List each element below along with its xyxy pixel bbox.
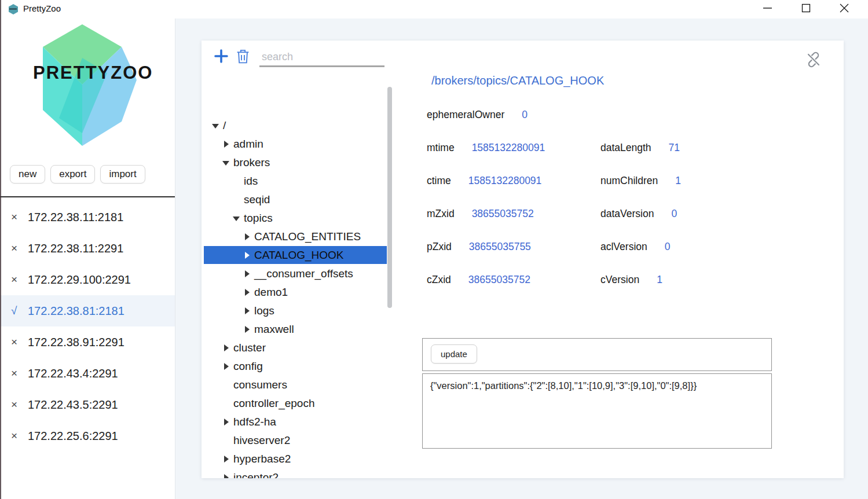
leaf-spacer — [222, 436, 230, 445]
chevron-right-icon[interactable] — [243, 233, 251, 241]
stat-mZxid: mZxid 38655035752 — [427, 208, 534, 220]
tree-node-root[interactable]: / — [204, 116, 387, 134]
export-button[interactable]: export — [50, 165, 95, 184]
stat-pZxid: pZxid 38655035755 — [427, 241, 531, 253]
tree-node[interactable]: __consumer_offsets — [204, 265, 387, 282]
delete-node-icon[interactable] — [236, 49, 250, 67]
connected-mark: √ — [11, 304, 19, 317]
tree-node[interactable]: consumers — [204, 376, 387, 394]
logo-wordmark: PRETTYZOO — [33, 63, 153, 83]
tree-node[interactable]: hiveserver2 — [204, 431, 387, 449]
tree-node[interactable]: maxwell — [204, 320, 387, 338]
tree-node[interactable]: brokers — [204, 153, 387, 171]
sidebar-actions: new export import — [10, 165, 145, 184]
title-bar: PrettyZoo — [0, 0, 868, 19]
disconnect-link-icon[interactable] — [805, 51, 822, 71]
minimize-button[interactable] — [749, 0, 787, 19]
server-address: 172.22.25.6:2291 — [28, 430, 118, 443]
chevron-right-icon[interactable] — [222, 362, 230, 370]
chevron-down-icon[interactable] — [233, 214, 240, 222]
chevron-right-icon[interactable] — [243, 325, 251, 333]
leaf-spacer — [222, 399, 230, 408]
app-window: PrettyZoo — [0, 0, 868, 499]
leaf-spacer — [233, 196, 240, 204]
server-address: 172.22.43.4:2291 — [28, 367, 118, 380]
node-data-editor[interactable]: {"version":1,"partitions":{"2":[8,10],"1… — [422, 373, 772, 449]
chevron-right-icon[interactable] — [243, 307, 251, 315]
app-logo-icon — [8, 3, 19, 15]
server-address: 172.22.29.100:2291 — [28, 273, 131, 287]
server-item[interactable]: × 172.22.29.100:2291 — [0, 264, 175, 295]
disconnected-mark: × — [11, 430, 19, 442]
server-item[interactable]: × 172.22.38.11:2181 — [0, 201, 175, 233]
stat-cVersion: cVersion 1 — [600, 274, 662, 286]
window-controls — [749, 0, 863, 19]
close-icon — [839, 3, 849, 16]
server-item[interactable]: × 172.22.43.5:2291 — [0, 389, 175, 420]
server-item[interactable]: × 172.22.38.91:2291 — [0, 326, 175, 358]
chevron-right-icon[interactable] — [243, 288, 251, 296]
tree-node-selected[interactable]: CATALOG_HOOK — [204, 246, 387, 264]
server-item[interactable]: × 172.22.38.11:2291 — [0, 233, 175, 264]
close-button[interactable] — [825, 0, 863, 19]
import-button[interactable]: import — [100, 165, 145, 184]
tree-node[interactable]: controller_epoch — [204, 394, 387, 412]
disconnected-mark: × — [11, 211, 19, 223]
chevron-right-icon[interactable] — [222, 140, 230, 148]
chevron-right-icon[interactable] — [222, 344, 230, 352]
server-address: 172.22.43.5:2291 — [28, 398, 118, 412]
chevron-right-icon[interactable] — [222, 418, 230, 426]
disconnected-mark: × — [11, 273, 19, 286]
disconnected-mark: × — [11, 398, 19, 411]
tree-node[interactable]: admin — [204, 135, 387, 153]
node-path-title: /brokers/topics/CATALOG_HOOK — [431, 74, 604, 87]
chevron-right-icon[interactable] — [243, 270, 251, 278]
stat-ephemeralOwner: ephemeralOwner 0 — [427, 109, 528, 121]
server-item[interactable]: × 172.22.43.4:2291 — [0, 358, 175, 389]
tree-node[interactable]: topics — [204, 209, 387, 227]
tree-node[interactable]: hyperbase2 — [204, 450, 387, 468]
tree-node[interactable]: ids — [204, 172, 387, 190]
tree-node[interactable]: config — [204, 357, 387, 375]
chevron-right-icon[interactable] — [222, 455, 230, 463]
server-item[interactable]: × 172.22.25.6:2291 — [0, 420, 175, 452]
disconnected-mark: × — [11, 336, 19, 348]
search-input[interactable] — [259, 48, 384, 67]
prettyzoo-logo — [27, 23, 137, 151]
tree-node[interactable]: inceptor2 — [204, 468, 387, 478]
minimize-icon — [763, 3, 773, 16]
tree-node[interactable]: seqid — [204, 190, 387, 208]
stat-mtime: mtime 1585132280091 — [427, 142, 545, 154]
leaf-spacer — [233, 177, 240, 185]
add-node-icon[interactable] — [213, 48, 229, 67]
disconnected-mark: × — [11, 367, 19, 380]
tree-node[interactable]: demo1 — [204, 283, 387, 301]
chevron-right-icon[interactable] — [222, 474, 230, 479]
chevron-down-icon[interactable] — [212, 122, 219, 130]
server-item-selected[interactable]: √ 172.22.38.81:2181 — [0, 295, 175, 326]
disconnected-mark: × — [11, 242, 19, 255]
maximize-button[interactable] — [787, 0, 825, 19]
update-button[interactable]: update — [431, 344, 477, 364]
server-address: 172.22.38.81:2181 — [28, 304, 124, 318]
tree-node[interactable]: hdfs2-ha — [204, 413, 387, 431]
tree-node[interactable]: logs — [204, 302, 387, 320]
update-toolbar: update — [422, 338, 772, 371]
stat-dataLength: dataLength 71 — [600, 142, 680, 154]
tree-node[interactable]: cluster — [204, 339, 387, 357]
tree-scrollbar[interactable] — [387, 87, 392, 308]
stat-dataVersion: dataVersion 0 — [600, 208, 677, 220]
main-panel: / admin brokers ids seqid topics CATALOG… — [202, 41, 844, 478]
chevron-right-icon[interactable] — [243, 251, 251, 259]
new-server-button[interactable]: new — [10, 165, 45, 184]
stat-aclVersion: aclVersion 0 — [600, 241, 670, 253]
sidebar: PRETTYZOO new export import × 172.22.38.… — [0, 19, 175, 499]
chevron-down-icon[interactable] — [222, 159, 230, 167]
leaf-spacer — [222, 381, 230, 389]
server-address: 172.22.38.11:2181 — [28, 211, 123, 224]
stat-cZxid: cZxid 38655035752 — [427, 274, 530, 286]
stat-numChildren: numChildren 1 — [600, 175, 681, 187]
tree-node[interactable]: CATALOG_ENTITIES — [204, 228, 387, 245]
stat-ctime: ctime 1585132280091 — [427, 175, 541, 187]
server-address: 172.22.38.11:2291 — [28, 242, 123, 255]
